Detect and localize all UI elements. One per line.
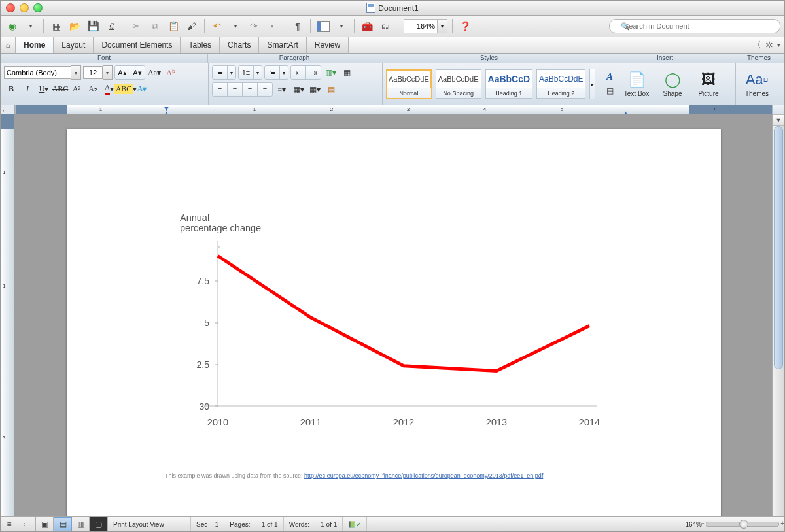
multilevel-button[interactable]: ≔▾ [264, 65, 288, 80]
vertical-scrollbar[interactable]: ▲ ▼ ≡ ▼ [772, 114, 784, 517]
status-spell-icon[interactable]: 📗✔ [343, 517, 367, 531]
show-marks-icon[interactable]: ¶ [290, 18, 305, 34]
redo-icon[interactable]: ↷ [246, 18, 262, 34]
insert-picture-button[interactable]: 🖼Picture [691, 69, 726, 99]
undo-icon[interactable]: ↶ [209, 18, 225, 34]
cut-icon[interactable]: ✂ [129, 18, 145, 34]
styles-more-button[interactable]: ▸ [589, 69, 595, 99]
next-page-button[interactable]: ▼ [773, 114, 784, 126]
styles-pane-icon[interactable]: ▤ [602, 85, 617, 98]
zoom-window-button[interactable] [33, 3, 43, 12]
chart-source-link[interactable]: http://ec.europa.eu/economy_finance/publ… [304, 473, 543, 479]
sort-icon[interactable]: ▦ [340, 66, 354, 79]
style-normal[interactable]: AaBbCcDdENormal [386, 69, 432, 99]
view-notebook-button[interactable]: ▥ [72, 517, 90, 531]
text-effects-button[interactable]: A▾ [135, 82, 149, 95]
clear-formatting-icon[interactable]: Aᵇ [164, 66, 178, 79]
view-print-layout-button[interactable]: ▤ [54, 517, 72, 531]
template-icon[interactable]: ▦ [48, 18, 64, 34]
scroll-thumb[interactable] [774, 126, 783, 369]
insert-textbox-button[interactable]: 📄Text Box [619, 69, 654, 99]
tab-charts[interactable]: Charts [220, 37, 259, 53]
tab-review[interactable]: Review [307, 37, 349, 53]
strikethrough-button[interactable]: ABC [53, 82, 67, 95]
bold-button[interactable]: B [4, 82, 18, 95]
bullets-button[interactable]: ≣▾ [212, 65, 236, 80]
group-themes: Aa▫Themes [736, 63, 784, 105]
style-heading-2[interactable]: AaBbCcDdEHeading 2 [536, 69, 585, 99]
view-fullscreen-button[interactable]: ▢ [90, 517, 107, 531]
x-tick-4: 2014 [570, 417, 609, 427]
open-icon[interactable]: 📂 [67, 18, 82, 34]
shading-button[interactable]: ▦▾ [291, 83, 305, 96]
status-pages[interactable]: Pages: 1 of 1 [224, 517, 283, 531]
themes-button[interactable]: Aa▫Themes [739, 69, 775, 99]
undo-dropdown-icon[interactable]: ▾ [228, 18, 243, 34]
font-size-dropdown[interactable]: ▾ [83, 65, 113, 80]
zoom-slider[interactable]: − + [706, 522, 779, 527]
zoom-dropdown-icon[interactable]: ▾ [437, 19, 447, 33]
group-paragraph: ≣▾ 1≡▾ ≔▾ ⇤⇥ ▥▾ ▦ ≡≡≡≡ ≡▾ ▦▾ ▦▾ ▤ [209, 63, 383, 105]
tab-document-elements[interactable]: Document Elements [94, 37, 181, 53]
style-no-spacing[interactable]: AaBbCcDdENo Spacing [436, 69, 481, 99]
gallery-icon[interactable]: 🗂 [377, 18, 393, 34]
subscript-button[interactable]: A₂ [86, 82, 100, 95]
document-canvas[interactable]: Annual percentage change 7. [14, 114, 773, 517]
font-name-dropdown[interactable]: ▾ [4, 65, 81, 80]
vertical-ruler[interactable]: 1 1 3 [1, 114, 15, 517]
numbering-button[interactable]: 1≡▾ [238, 65, 262, 80]
line-spacing-button[interactable]: ≡▾ [275, 83, 289, 96]
view-outline-button[interactable]: ≔ [18, 517, 36, 531]
indent-buttons[interactable]: ⇤⇥ [290, 65, 321, 80]
status-section[interactable]: Sec 1 [191, 517, 224, 531]
save-icon[interactable]: 💾 [85, 18, 101, 34]
new-doc-icon[interactable]: ◉ [5, 18, 20, 34]
quick-styles-icon[interactable]: A [602, 71, 617, 84]
redo-dropdown-icon[interactable]: ▾ [264, 18, 280, 34]
group-label-styles: Styles [381, 54, 597, 63]
close-window-button[interactable] [6, 3, 15, 12]
font-grow-shrink[interactable]: A▴A▾ [114, 65, 145, 80]
status-words[interactable]: Words: 1 of 1 [284, 517, 343, 531]
zoom-input[interactable] [404, 19, 437, 33]
group-label-font: Font [1, 54, 208, 63]
tab-tables[interactable]: Tables [181, 37, 220, 53]
columns-icon[interactable]: ▥▾ [323, 66, 338, 79]
tab-home-icon[interactable]: ⌂ [1, 37, 16, 53]
insert-shape-button[interactable]: ◯Shape [655, 69, 690, 99]
chart[interactable]: Annual percentage change 7. [165, 208, 636, 489]
status-zoom-value[interactable]: 164% [685, 521, 702, 528]
print-icon[interactable]: 🖨 [103, 18, 119, 34]
toolbox-icon[interactable]: 🧰 [359, 18, 375, 34]
new-dropdown-icon[interactable]: ▾ [23, 18, 39, 34]
view-publishing-button[interactable]: ▣ [36, 517, 54, 531]
underline-button[interactable]: U▾ [37, 82, 51, 95]
help-icon[interactable]: ❓ [457, 18, 473, 34]
paste-icon[interactable]: 📋 [166, 18, 181, 34]
format-painter-icon[interactable]: 🖌 [184, 18, 200, 34]
superscript-button[interactable]: A² [69, 82, 84, 95]
zoom-control[interactable]: ▾ [404, 19, 447, 33]
view-draft-button[interactable]: ≡ [1, 517, 18, 531]
minimize-window-button[interactable] [20, 3, 29, 12]
change-case-icon[interactable]: Aa▾ [147, 66, 162, 79]
highlight-button[interactable]: ABC▾ [118, 82, 133, 95]
sort-button[interactable]: ▤ [324, 83, 338, 96]
borders-button[interactable]: ▦▾ [307, 83, 322, 96]
style-heading-1[interactable]: AaBbCcDHeading 1 [485, 69, 533, 99]
ribbon-options-icon[interactable]: ✲ [765, 40, 773, 50]
ribbon-dropdown-icon[interactable]: ▾ [777, 42, 780, 48]
window-controls [1, 3, 43, 12]
sidebar-icon[interactable] [315, 18, 331, 34]
copy-icon[interactable]: ⧉ [147, 18, 163, 34]
zoom-slider-thumb[interactable] [739, 520, 748, 529]
search-input[interactable] [609, 19, 780, 33]
ribbon-collapse-icon[interactable]: 〈 [752, 39, 761, 51]
tab-home[interactable]: Home [16, 37, 54, 53]
italic-button[interactable]: I [20, 82, 35, 95]
tab-smartart[interactable]: SmartArt [259, 37, 306, 53]
tab-layout[interactable]: Layout [54, 37, 94, 53]
x-tick-1: 2011 [291, 417, 330, 427]
align-buttons[interactable]: ≡≡≡≡ [212, 82, 273, 97]
sidebar-dropdown-icon[interactable]: ▾ [334, 18, 349, 34]
